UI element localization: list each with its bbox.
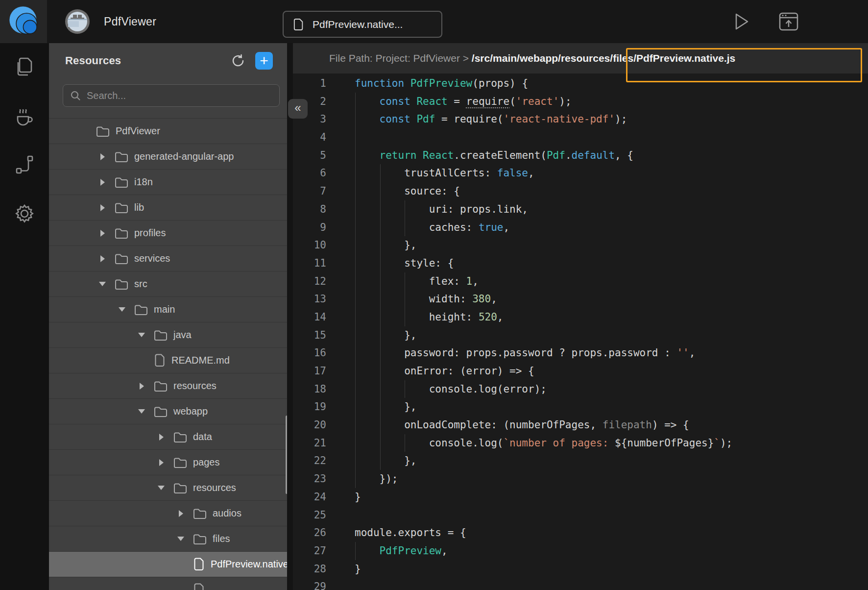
code-line-19[interactable]: 19 }, xyxy=(293,398,868,416)
chevron-right-icon[interactable] xyxy=(174,507,187,520)
code-line-25[interactable]: 25 xyxy=(293,506,868,524)
indent-guide xyxy=(380,326,381,344)
indent-guide xyxy=(405,434,405,452)
chevron-right-icon[interactable] xyxy=(155,431,168,443)
code-line-14[interactable]: 14 height: 520, xyxy=(293,308,868,326)
line-number: 9 xyxy=(293,219,326,237)
chevron-down-icon[interactable] xyxy=(135,405,148,418)
code-line-16[interactable]: 16 password: props.password ? props.pass… xyxy=(293,344,868,362)
tree-item-audios[interactable]: audios xyxy=(49,501,287,526)
tree-item-i18n[interactable]: i18n xyxy=(49,170,287,195)
indent-guide xyxy=(380,290,381,308)
code-line-7[interactable]: 7 source: { xyxy=(293,182,868,200)
resource-search[interactable] xyxy=(63,84,280,107)
code-line-22[interactable]: 22 }, xyxy=(293,452,868,470)
tree-item-pdfviewer[interactable]: PdfViewer xyxy=(49,119,287,144)
code-line-24[interactable]: 24} xyxy=(293,488,868,506)
open-file-tab[interactable]: PdfPreview.native... xyxy=(283,11,442,38)
top-bar: PdfViewer PdfPreview.native... xyxy=(0,0,868,43)
code-line-27[interactable]: 27 PdfPreview, xyxy=(293,542,868,560)
tree-item-src[interactable]: src xyxy=(49,271,287,297)
line-number: 15 xyxy=(293,326,326,344)
code-line-4[interactable]: 4 xyxy=(293,128,868,147)
panel-editor-divider[interactable] xyxy=(287,43,293,590)
coffee-icon[interactable] xyxy=(14,105,35,126)
indent-guide xyxy=(355,398,356,416)
search-input[interactable] xyxy=(87,90,272,101)
line-content: const Pdf = require('react-native-pdf'); xyxy=(355,110,627,128)
code-line-13[interactable]: 13 width: 380, xyxy=(293,290,868,308)
code-line-12[interactable]: 12 flex: 1, xyxy=(293,272,868,291)
line-content: flex: 1, xyxy=(355,272,479,291)
indent-guide xyxy=(405,200,405,219)
tree-item-generated-angular-app[interactable]: generated-angular-app xyxy=(49,144,287,170)
chevron-down-icon[interactable] xyxy=(174,533,187,545)
tree-item-profiles[interactable]: profiles xyxy=(49,221,287,246)
code-line-29[interactable]: 29 xyxy=(293,578,868,590)
code-line-1[interactable]: 1function PdfPreview(props) { xyxy=(293,74,868,93)
chevron-right-icon[interactable] xyxy=(96,227,109,240)
code-line-2[interactable]: 2 const React = require('react'); xyxy=(293,93,868,111)
line-number: 12 xyxy=(293,272,326,291)
run-button[interactable] xyxy=(731,11,752,32)
code-line-26[interactable]: 26module.exports = { xyxy=(293,524,868,542)
tree-item-services[interactable]: services xyxy=(49,246,287,271)
tree-item-pages[interactable]: pages xyxy=(49,450,287,475)
code-line-18[interactable]: 18 console.log(error); xyxy=(293,380,868,398)
chevron-right-icon[interactable] xyxy=(96,176,109,189)
collapse-panel-button[interactable]: « xyxy=(288,99,308,119)
tree-item-readme.md[interactable]: README.md xyxy=(49,348,287,373)
tree-item-java[interactable]: java xyxy=(49,322,287,348)
tree-item-main[interactable]: main xyxy=(49,297,287,322)
code-line-20[interactable]: 20 onLoadComplete: (numberOfPages, filep… xyxy=(293,416,868,434)
chevron-right-icon[interactable] xyxy=(96,150,109,163)
chevron-right-icon[interactable] xyxy=(96,252,109,265)
tree-item-files[interactable]: files xyxy=(49,526,287,552)
tree-item-label: audios xyxy=(213,508,241,519)
code-line-10[interactable]: 10 }, xyxy=(293,236,868,254)
tree-item-webapp[interactable]: webapp xyxy=(49,399,287,424)
tree-item-partial[interactable] xyxy=(49,577,287,590)
chevron-right-icon[interactable] xyxy=(96,201,109,214)
tree-item-lib[interactable]: lib xyxy=(49,195,287,221)
code-view[interactable]: 1function PdfPreview(props) {2 const Rea… xyxy=(293,74,868,590)
code-line-3[interactable]: 3 const Pdf = require('react-native-pdf'… xyxy=(293,110,868,128)
tree-item-data[interactable]: data xyxy=(49,424,287,450)
ide-window: PdfViewer PdfPreview.native... xyxy=(0,0,868,590)
indent-guide xyxy=(355,182,356,200)
gear-icon[interactable] xyxy=(14,203,35,224)
code-line-6[interactable]: 6 trustAllCerts: false, xyxy=(293,164,868,182)
tree-scrollbar-thumb[interactable] xyxy=(286,416,287,494)
flow-icon[interactable] xyxy=(14,154,35,175)
code-line-9[interactable]: 9 caches: true, xyxy=(293,219,868,237)
line-number: 5 xyxy=(293,147,326,165)
line-content: console.log(`number of pages: ${numberOf… xyxy=(355,434,732,452)
indent-guide xyxy=(380,308,381,326)
line-content: onLoadComplete: (numberOfPages, filepath… xyxy=(355,416,689,434)
chevron-down-icon[interactable] xyxy=(135,329,148,342)
code-line-28[interactable]: 28} xyxy=(293,560,868,578)
publish-button[interactable] xyxy=(778,11,799,32)
chevron-down-icon[interactable] xyxy=(96,278,109,291)
code-line-21[interactable]: 21 console.log(`number of pages: ${numbe… xyxy=(293,434,868,452)
tree-item-pdfpreview.native.js[interactable]: PdfPreview.native.js xyxy=(49,552,287,577)
product-logo[interactable] xyxy=(0,0,47,43)
code-line-5[interactable]: 5 return React.createElement(Pdf.default… xyxy=(293,147,868,165)
refresh-button[interactable] xyxy=(230,52,246,69)
code-line-15[interactable]: 15 }, xyxy=(293,326,868,344)
folder-icon xyxy=(193,508,207,519)
chevron-down-icon[interactable] xyxy=(116,303,128,316)
tree-item-resources[interactable]: resources xyxy=(49,373,287,399)
code-line-11[interactable]: 11 style: { xyxy=(293,254,868,272)
chevron-right-icon[interactable] xyxy=(155,456,168,469)
indent-guide xyxy=(355,164,356,182)
chevron-right-icon[interactable] xyxy=(135,380,148,393)
chevron-down-icon[interactable] xyxy=(155,482,168,494)
tree-item-resources[interactable]: resources xyxy=(49,475,287,501)
add-resource-button[interactable]: + xyxy=(255,52,273,70)
pages-icon[interactable] xyxy=(14,56,35,77)
app-avatar-icon[interactable] xyxy=(64,8,91,35)
code-line-23[interactable]: 23 }); xyxy=(293,470,868,488)
code-line-8[interactable]: 8 uri: props.link, xyxy=(293,200,868,219)
code-line-17[interactable]: 17 onError: (error) => { xyxy=(293,362,868,380)
